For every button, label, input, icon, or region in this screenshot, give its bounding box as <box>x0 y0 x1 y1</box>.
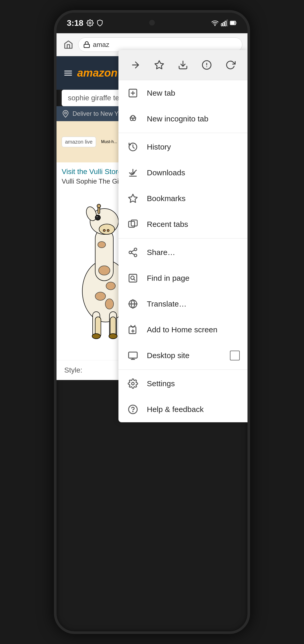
menu-items-list: New tab New incognito ta <box>118 80 247 422</box>
downloads-icon <box>126 166 140 179</box>
menu-item-recent-tabs[interactable]: Recent tabs <box>118 211 247 237</box>
battery-icon <box>230 19 237 27</box>
svg-point-29 <box>109 334 117 339</box>
menu-item-share[interactable]: Share… <box>118 240 247 265</box>
help-icon <box>126 403 140 416</box>
share-icon <box>126 246 140 259</box>
menu-item-new-tab[interactable]: New tab <box>118 80 247 106</box>
divider-2 <box>118 238 247 238</box>
incognito-label: New incognito tab <box>147 114 240 123</box>
menu-item-downloads[interactable]: Downloads <box>118 160 247 186</box>
shield-status-icon <box>96 19 103 27</box>
wifi-icon <box>211 19 219 27</box>
svg-rect-43 <box>131 116 132 117</box>
svg-rect-44 <box>134 116 135 117</box>
new-tab-icon <box>126 86 140 100</box>
svg-rect-51 <box>131 220 137 226</box>
divider-3 <box>118 369 247 370</box>
svg-point-31 <box>107 229 109 232</box>
find-in-page-icon <box>126 271 140 285</box>
svg-point-16 <box>96 216 98 218</box>
url-bar[interactable]: amaz <box>78 37 242 52</box>
lock-icon <box>83 41 90 48</box>
svg-rect-8 <box>84 44 90 48</box>
home-button[interactable] <box>62 38 75 51</box>
recent-tabs-icon <box>126 218 140 231</box>
menu-item-history[interactable]: History <box>118 134 247 160</box>
translate-icon <box>126 297 140 311</box>
add-to-home-label: Add to Home screen <box>147 325 240 334</box>
forward-button[interactable] <box>128 57 143 73</box>
menu-item-desktop-site[interactable]: Desktop site <box>118 343 247 368</box>
menu-item-new-incognito-tab[interactable]: New incognito tab <box>118 106 247 132</box>
svg-point-19 <box>99 266 110 275</box>
svg-point-18 <box>97 204 101 208</box>
svg-rect-5 <box>227 20 228 26</box>
history-icon <box>126 140 140 154</box>
svg-point-22 <box>105 299 114 309</box>
recent-tabs-label: Recent tabs <box>147 220 240 229</box>
menu-item-find-in-page[interactable]: Find in page <box>118 265 247 291</box>
menu-item-settings[interactable]: Settings <box>118 371 247 397</box>
style-label: Style: <box>64 366 82 374</box>
search-text: sophie giraffe te <box>68 94 119 102</box>
time: 3:18 <box>67 18 83 28</box>
signal-icon <box>221 19 228 27</box>
translate-label: Translate… <box>147 300 240 308</box>
bookmarks-icon <box>126 192 140 205</box>
settings-label: Settings <box>147 379 240 388</box>
desktop-site-checkbox[interactable] <box>230 351 240 360</box>
svg-point-30 <box>103 229 105 232</box>
settings-menu-icon <box>126 377 140 390</box>
bookmarks-label: Bookmarks <box>147 194 240 203</box>
svg-point-1 <box>215 25 215 26</box>
divider-1 <box>118 133 247 133</box>
amazon-logo: amazon <box>77 67 117 79</box>
svg-point-15 <box>95 215 100 220</box>
svg-rect-64 <box>129 352 137 358</box>
svg-marker-33 <box>155 61 163 69</box>
svg-rect-4 <box>225 21 226 26</box>
svg-point-23 <box>98 242 106 248</box>
url-text: amaz <box>93 41 109 49</box>
svg-rect-2 <box>221 23 222 26</box>
svg-marker-49 <box>129 194 137 202</box>
svg-point-20 <box>106 282 115 290</box>
svg-point-9 <box>65 112 67 114</box>
hamburger-menu[interactable] <box>64 69 72 77</box>
svg-line-56 <box>131 250 134 252</box>
menu-toolbar <box>118 50 247 80</box>
download-toolbar-button[interactable] <box>175 57 191 73</box>
help-feedback-label: Help & feedback <box>147 405 240 414</box>
svg-point-21 <box>95 292 106 300</box>
refresh-button[interactable] <box>223 57 238 73</box>
add-to-home-icon <box>126 323 140 336</box>
new-tab-label: New tab <box>147 89 240 97</box>
bookmark-button[interactable] <box>151 57 167 73</box>
camera <box>149 20 155 26</box>
svg-point-13 <box>99 224 115 234</box>
desktop-site-icon <box>126 349 140 362</box>
phone-frame: 3:18 <box>54 10 250 634</box>
incognito-icon <box>126 112 140 126</box>
info-button[interactable] <box>199 57 214 73</box>
svg-point-28 <box>92 334 100 339</box>
deliver-text: Deliver to New Y <box>73 110 118 117</box>
menu-item-bookmarks[interactable]: Bookmarks <box>118 186 247 211</box>
location-icon <box>62 110 69 118</box>
svg-rect-3 <box>223 22 224 26</box>
menu-item-add-to-home[interactable]: Add to Home screen <box>118 317 247 343</box>
status-icons-left <box>86 19 103 27</box>
menu-item-translate[interactable]: Translate… <box>118 291 247 317</box>
settings-status-icon <box>86 19 94 27</box>
context-menu[interactable]: New tab New incognito ta <box>118 50 247 422</box>
svg-point-0 <box>89 22 91 24</box>
status-icons-right <box>211 19 237 27</box>
amazon-live-badge: amazon live <box>62 137 96 147</box>
find-in-page-label: Find in page <box>147 274 240 283</box>
menu-item-help-feedback[interactable]: Help & feedback <box>118 397 247 422</box>
share-label: Share… <box>147 248 240 257</box>
downloads-label: Downloads <box>147 168 240 177</box>
history-label: History <box>147 143 240 151</box>
svg-rect-7 <box>231 22 235 24</box>
